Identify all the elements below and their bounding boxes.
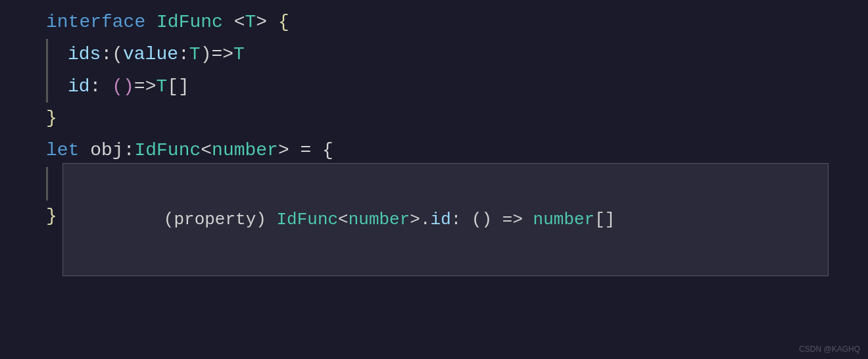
return-t2: T [156, 72, 167, 102]
type-idfunc: IdFunc [157, 8, 223, 37]
angle-open: < [201, 136, 212, 166]
bracket-close: > [256, 8, 278, 37]
tooltip-number: number [349, 210, 410, 229]
array-bracket: [] [167, 72, 189, 102]
line-3: id: ()=>T[] [68, 71, 868, 103]
arrow2: => [134, 72, 157, 102]
keyword-interface: interface [46, 8, 157, 37]
tooltip-idfunc: IdFunc [276, 210, 338, 229]
arrow1: )=> [201, 40, 233, 70]
tooltip-signature: : () => [451, 210, 533, 229]
code-editor: interface IdFunc <T> { ids:(value:T)=>T … [0, 0, 868, 359]
type-idfunc2: IdFunc [134, 136, 201, 166]
space-obj: obj: [79, 136, 134, 166]
type-t1: T [189, 40, 201, 70]
tooltip-property: (property) [164, 210, 277, 229]
generic-t: T [245, 8, 256, 37]
tooltip-lt: < [338, 210, 349, 229]
colon-paren: :( [101, 40, 123, 70]
return-t1: T [233, 40, 245, 70]
tooltip-gt-dot: >. [410, 210, 430, 229]
tooltip-text: (property) IdFunc<number>.id: () => numb… [82, 210, 615, 259]
bracket-open: < [223, 8, 245, 37]
interface-body: ids:(value:T)=>T id: ()=>T[] [46, 39, 868, 103]
colon2: : [178, 40, 189, 70]
line-4: } [13, 103, 868, 135]
watermark: CSDN @KAGHQ [799, 345, 860, 354]
keyword-let: let [46, 136, 79, 166]
line-2: ids:(value:T)=>T [68, 39, 868, 71]
parens1: () [112, 72, 134, 102]
line-5: let obj:IdFunc<number> = { [13, 135, 868, 167]
param-value: value [123, 40, 178, 70]
tooltip-array: [] [594, 210, 615, 229]
type-number: number [212, 136, 278, 166]
brace-open: { [278, 8, 289, 37]
prop-ids: ids [68, 40, 101, 70]
angle-close: > = { [278, 136, 333, 166]
tooltip: (property) IdFunc<number>.id: () => numb… [62, 163, 829, 276]
code-content: interface IdFunc <T> { ids:(value:T)=>T … [0, 0, 868, 239]
colon3: : [90, 72, 112, 102]
prop-id: id [68, 72, 90, 102]
tooltip-id: id [431, 210, 451, 229]
brace-close-1: } [46, 104, 57, 133]
tooltip-number2: number [533, 210, 595, 229]
line-1: interface IdFunc <T> { [13, 7, 868, 39]
brace-close-2: } [46, 202, 57, 231]
